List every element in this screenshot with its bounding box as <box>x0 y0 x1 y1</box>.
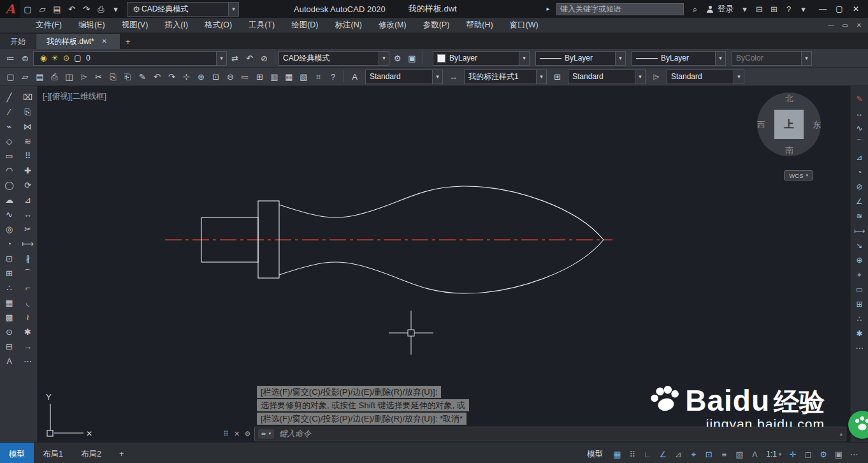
scroll-up-icon[interactable]: ▴ <box>839 430 843 437</box>
help-arrow-icon[interactable]: ▾ <box>796 2 811 16</box>
object-snap-icon[interactable]: ⊡ <box>701 447 716 461</box>
lengthen-icon[interactable]: → <box>19 339 37 354</box>
layer-properties-icon[interactable]: ≔ <box>3 51 18 65</box>
ortho-icon[interactable]: ∟ <box>640 447 655 461</box>
extend-icon[interactable]: ⟼ <box>19 237 37 251</box>
save-icon[interactable]: ▤ <box>50 2 64 16</box>
menu-help[interactable]: 帮助(H) <box>466 20 493 31</box>
viewport-dialog-icon[interactable]: ▣ <box>405 51 419 65</box>
plot-icon[interactable]: ⎙ <box>47 70 62 84</box>
ellipse-arc-icon[interactable]: ◔ <box>1 237 18 251</box>
command-close-icon[interactable]: ✕ <box>232 427 242 441</box>
inspection-icon[interactable]: ⊞ <box>851 297 868 311</box>
help-icon[interactable]: ? <box>326 70 340 84</box>
trim-icon[interactable]: ✂ <box>19 222 37 237</box>
quickcalc-icon[interactable]: ⌗ <box>311 70 326 84</box>
maximize-button[interactable]: ▢ <box>831 2 848 16</box>
isodraft-icon[interactable]: ⊿ <box>670 447 686 461</box>
lineweight-dropdown[interactable]: ——— ByLayer ▾ <box>632 51 726 66</box>
layer-dropdown[interactable]: ◉☀⊙▢ 0 ▾ <box>33 51 227 66</box>
break-icon[interactable]: ∦ <box>19 251 37 266</box>
offset-icon[interactable]: ≋ <box>19 134 37 149</box>
autocad-logo-icon[interactable]: A <box>0 0 20 18</box>
properties-icon[interactable]: ≔ <box>238 70 252 84</box>
layout1-tab[interactable]: 布局1 <box>34 443 72 463</box>
redo-icon[interactable]: ↷ <box>79 2 94 16</box>
search-icon[interactable]: ⌕ <box>688 2 702 16</box>
cut-icon[interactable]: ✂ <box>91 70 106 84</box>
qat-customize-icon[interactable]: ▾ <box>108 2 123 16</box>
command-options-chip[interactable]: ✏ ▾ <box>258 429 274 439</box>
menu-file[interactable]: 文件(F) <box>36 20 62 31</box>
center-mark-icon[interactable]: ▭ <box>851 282 868 297</box>
undo-icon[interactable]: ↶ <box>64 2 79 16</box>
pan-icon[interactable]: ⊹ <box>179 70 194 84</box>
dimension-style-icon[interactable]: ↔ <box>446 70 461 84</box>
scale-icon[interactable]: ⊿ <box>19 193 37 207</box>
polyline-icon[interactable]: ⌁ <box>1 119 18 134</box>
command-customize-icon[interactable]: ⚙ <box>243 427 252 441</box>
match-properties-icon[interactable]: ✎ <box>135 70 150 84</box>
zoom-realtime-icon[interactable]: ⊕ <box>194 70 208 84</box>
open-file-icon[interactable]: ▱ <box>35 2 50 16</box>
region-icon[interactable]: ⊙ <box>1 325 18 339</box>
ordinate-dimension-icon[interactable]: ⊿ <box>851 150 868 165</box>
save-icon[interactable]: ▤ <box>33 70 47 84</box>
rectangle-icon[interactable]: ▭ <box>1 149 18 163</box>
menu-draw[interactable]: 绘图(D) <box>291 20 318 31</box>
app-store-icon[interactable]: ⊟ <box>752 2 767 16</box>
polygon-icon[interactable]: ◇ <box>1 134 18 149</box>
erase-icon[interactable]: ⌧ <box>19 90 37 105</box>
chamfer-icon[interactable]: ⌐ <box>19 281 37 295</box>
publish-icon[interactable]: ⌲ <box>76 70 91 84</box>
linear-dimension-icon[interactable]: ↔ <box>851 106 868 121</box>
tab-document[interactable]: 我的样板.dwt* ✕ <box>36 34 120 49</box>
annotation-monitor-icon[interactable]: ◻ <box>800 447 816 461</box>
close-button[interactable]: ✕ <box>848 2 864 16</box>
workspace-settings-icon[interactable]: ⚙ <box>390 51 405 65</box>
make-block-icon[interactable]: ⊞ <box>1 266 18 281</box>
insert-block-icon[interactable]: ⊡ <box>1 251 18 266</box>
more-tools-icon[interactable]: ⋯ <box>19 354 37 369</box>
help-icon[interactable]: ? <box>781 2 796 16</box>
dimension-update-icon[interactable]: ✱ <box>851 326 868 341</box>
markup-icon[interactable]: ▧ <box>296 70 311 84</box>
aligned-dimension-icon[interactable]: ∿ <box>851 121 868 135</box>
quick-dimension-icon[interactable]: ≋ <box>851 209 868 223</box>
arc-icon[interactable]: ◠ <box>1 163 18 178</box>
drawing-viewport[interactable]: [-][俯视][二维线框] 北 南 西 东 上 WCS ▾ <box>38 86 850 442</box>
menu-modify[interactable]: 修改(M) <box>379 20 407 31</box>
workspace-dropdown[interactable]: ⚙ CAD经典模式 ▾ <box>127 2 239 17</box>
multileader-style-icon[interactable]: ⌲ <box>649 70 663 84</box>
layer-states-icon[interactable]: ⊜ <box>18 51 33 65</box>
match-properties-icon[interactable]: ✎ <box>851 91 868 106</box>
command-grip-icon[interactable]: ⠿ <box>221 427 231 441</box>
more-tools-icon[interactable]: ⋯ <box>851 341 868 355</box>
baseline-dimension-icon[interactable]: ⟼ <box>851 223 868 238</box>
linetype-dropdown[interactable]: ——— ByLayer ▾ <box>535 51 626 66</box>
hatch-icon[interactable]: ▦ <box>1 295 18 310</box>
mtext-icon[interactable]: A <box>1 354 18 369</box>
spline-icon[interactable]: ∿ <box>1 207 18 222</box>
polar-tracking-icon[interactable]: ∠ <box>655 447 670 461</box>
tab-start[interactable]: 开始 <box>0 34 36 49</box>
annotation-visibility-icon[interactable]: A <box>747 447 762 461</box>
menu-parametric[interactable]: 参数(P) <box>423 20 450 31</box>
point-icon[interactable]: ∴ <box>1 281 18 295</box>
doc-minimize-button[interactable]: — <box>825 20 837 31</box>
model-space-label[interactable]: 模型 <box>587 449 603 460</box>
zoom-window-icon[interactable]: ⊡ <box>208 70 223 84</box>
customization-icon[interactable]: ⋯ <box>846 447 862 461</box>
text-style-dropdown[interactable]: Standard ▾ <box>365 70 443 84</box>
diameter-dimension-icon[interactable]: ⊘ <box>851 179 868 194</box>
command-input-bar[interactable]: ✏ ▾ 键入命令 ▴ <box>254 427 846 441</box>
fillet-icon[interactable]: ◟ <box>19 295 37 310</box>
jogged-dimension-icon[interactable]: ∴ <box>851 311 868 326</box>
menu-insert[interactable]: 插入(I) <box>164 20 188 31</box>
annotation-scale-dropdown[interactable]: 1:1 ▾ <box>766 450 781 459</box>
transparency-icon[interactable]: ▨ <box>732 447 747 461</box>
arc-length-dimension-icon[interactable]: ⌒ <box>851 135 868 150</box>
model-tab[interactable]: 模型 <box>0 443 34 463</box>
menu-edit[interactable]: 编辑(E) <box>78 20 105 31</box>
undo-icon[interactable]: ↶ <box>150 70 164 84</box>
